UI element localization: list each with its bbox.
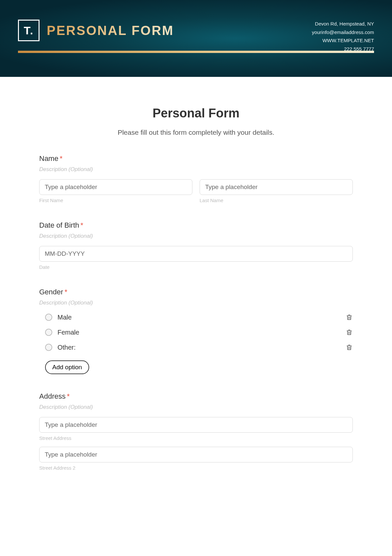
gender-label: Gender* — [39, 288, 353, 296]
dob-label-text: Date of Birth — [39, 221, 79, 229]
name-label: Name* — [39, 154, 353, 163]
radio-row-male: Male — [39, 313, 353, 321]
street-address-input[interactable] — [39, 417, 353, 433]
contact-block: Devon Rd, Hempstead, NY yourinfo@emailad… — [312, 20, 374, 53]
address-label-text: Address — [39, 392, 66, 400]
street-address-2-sublabel: Street Address 2 — [39, 465, 353, 471]
section-address: Address* Description (Optional) Street A… — [39, 392, 353, 471]
page-body: Personal Form Please fill out this form … — [0, 77, 392, 484]
street-address-sublabel: Street Address — [39, 435, 353, 441]
radio-female[interactable] — [45, 329, 52, 336]
required-star: * — [60, 154, 63, 163]
dob-input[interactable] — [39, 246, 353, 262]
contact-website: WWW.TEMPLATE.NET — [312, 36, 374, 45]
name-label-text: Name — [39, 154, 58, 163]
name-description[interactable]: Description (Optional) — [39, 166, 353, 173]
first-name-sublabel: First Name — [39, 198, 192, 203]
last-name-sublabel: Last Name — [200, 198, 353, 203]
add-option-button[interactable]: Add option — [45, 360, 89, 374]
radio-female-label: Female — [57, 329, 79, 336]
banner: T. PERSONAL FORM Devon Rd, Hempstead, NY… — [0, 0, 392, 77]
logo: T. — [18, 20, 40, 41]
required-star: * — [64, 288, 67, 296]
section-gender: Gender* Description (Optional) Male Fema… — [39, 288, 353, 374]
radio-other-label: Other: — [57, 344, 76, 351]
section-dob: Date of Birth* Description (Optional) Da… — [39, 221, 353, 270]
contact-email: yourinfo@emailaddress.com — [312, 28, 374, 37]
page-subtitle: Please fill out this form completely wit… — [39, 129, 353, 136]
gold-divider — [18, 51, 374, 53]
dob-label: Date of Birth* — [39, 221, 353, 230]
first-name-input[interactable] — [39, 179, 192, 195]
trash-icon[interactable] — [346, 328, 353, 336]
brand: T. PERSONAL FORM — [18, 20, 174, 41]
street-address-2-input[interactable] — [39, 447, 353, 462]
gender-label-text: Gender — [39, 288, 63, 296]
trash-icon[interactable] — [346, 343, 353, 351]
radio-male-label: Male — [57, 314, 72, 321]
gender-description[interactable]: Description (Optional) — [39, 300, 353, 306]
page-title: Personal Form — [39, 106, 353, 120]
dob-sublabel: Date — [39, 264, 353, 270]
radio-other[interactable] — [45, 344, 52, 351]
last-name-input[interactable] — [200, 179, 353, 195]
section-name: Name* Description (Optional) First Name … — [39, 154, 353, 203]
address-description[interactable]: Description (Optional) — [39, 404, 353, 410]
radio-row-other: Other: — [39, 343, 353, 351]
banner-title: PERSONAL FORM — [47, 23, 174, 38]
radio-male[interactable] — [45, 314, 52, 321]
required-star: * — [67, 392, 70, 400]
contact-address: Devon Rd, Hempstead, NY — [312, 20, 374, 28]
dob-description[interactable]: Description (Optional) — [39, 233, 353, 239]
trash-icon[interactable] — [346, 313, 353, 321]
radio-row-female: Female — [39, 328, 353, 336]
address-label: Address* — [39, 392, 353, 401]
required-star: * — [80, 221, 83, 229]
